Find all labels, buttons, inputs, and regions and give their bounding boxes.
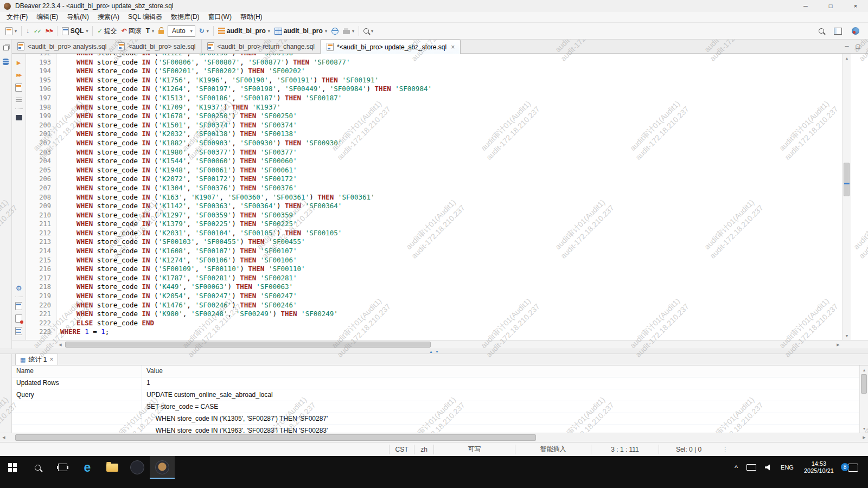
scroll-down-icon[interactable]: ▼ — [843, 332, 851, 339]
column-header-name[interactable]: Name — [12, 365, 142, 377]
scroll-down-icon[interactable]: ▼ — [860, 425, 868, 432]
commit-button[interactable]: ✓提交 — [95, 25, 119, 37]
panel-splitter[interactable]: ▲ ▼ — [0, 349, 868, 354]
line-number: 219 — [26, 292, 56, 301]
sql-mode-button[interactable]: SQL▾ — [60, 25, 91, 37]
scroll-right-icon[interactable]: ▶ — [860, 434, 868, 441]
database-selector[interactable]: audit_bi_pro▾ — [272, 25, 329, 36]
task-view-icon — [58, 464, 67, 471]
tray-chevron-icon[interactable]: ^ — [730, 464, 742, 472]
flags-button[interactable]: ⚑⚑ — [43, 27, 55, 36]
touch-keyboard-icon[interactable] — [746, 464, 756, 471]
editor-settings-button[interactable]: ⚙ — [14, 284, 24, 292]
restore-panel-button[interactable] — [1, 44, 11, 52]
sql-file-icon — [118, 42, 125, 50]
checks-button[interactable]: ✓✓ — [31, 27, 43, 36]
editor-vertical-scrollbar[interactable]: ▲ ▼ — [842, 54, 851, 340]
code-line: 202 WHEN store_code IN ('K1882', 'SF0090… — [26, 139, 842, 148]
code-line: 214 WHEN store_code IN ('K1608', 'SF0010… — [26, 247, 842, 256]
explain-plan-button[interactable] — [14, 96, 24, 104]
task-view-button[interactable] — [50, 456, 75, 479]
table-row[interactable]: Updated Rows1 — [12, 377, 859, 389]
editor-tab[interactable]: <audit_bi_pro> return_change.sql — [202, 40, 321, 53]
menu-item[interactable]: 文件(F) — [2, 12, 32, 22]
menu-item[interactable]: 帮助(H) — [236, 12, 267, 22]
collapse-up-icon[interactable]: ▲ — [429, 350, 433, 354]
rollback-button[interactable]: ↶回滚 — [119, 25, 144, 37]
bottom-horizontal-scrollbar[interactable]: ◀ ▶ — [0, 433, 868, 442]
save-script-button[interactable] — [14, 314, 24, 322]
menu-item[interactable]: 搜索(A) — [93, 12, 124, 22]
table-row[interactable]: WHEN store_code IN ('K1963', 'SF00283') … — [12, 425, 859, 433]
execute-script-button[interactable]: ▶▶ — [14, 71, 24, 79]
execute-statement-button[interactable]: ▶ — [14, 59, 24, 66]
pinned-app-button[interactable] — [125, 456, 150, 479]
taskbar-search-button[interactable] — [25, 456, 50, 479]
lock-button[interactable] — [156, 26, 166, 36]
editor-horizontal-scrollbar[interactable]: ◀ ▶ — [56, 340, 842, 349]
start-button[interactable] — [0, 456, 25, 479]
scroll-left-icon[interactable]: ◀ — [56, 341, 64, 349]
table-row[interactable]: QueryUPDATE custom_online_sale_abroad_lo… — [12, 389, 859, 401]
editor-tab[interactable]: <audit_bi_pro> sale.sql — [112, 40, 201, 53]
notification-center-icon[interactable]: 8 — [848, 464, 858, 472]
scrollbar-thumb[interactable] — [844, 163, 850, 196]
sql-editor[interactable]: ▶ ▶▶ ⚙ 192 WHEN store_code IN ('K1122', … — [12, 54, 868, 340]
table-row[interactable]: SET store_code = CASE — [12, 401, 859, 413]
transaction-mode-button[interactable]: T▾ — [144, 25, 156, 36]
close-button[interactable]: × — [843, 0, 868, 12]
code-line: 196 WHEN store_code IN ('K1264', 'SF0019… — [26, 85, 842, 94]
execute-new-tab-button[interactable] — [14, 84, 24, 91]
results-tab-statistics[interactable]: ▦ 统计 1 × — [15, 354, 58, 365]
toolbar-search-button[interactable]: ▾ — [361, 27, 375, 35]
export-script-button[interactable] — [14, 302, 24, 310]
script-log-button[interactable] — [14, 327, 24, 335]
scrollbar-thumb[interactable] — [861, 374, 867, 394]
editor-tab[interactable]: *<audit_bi_pro> update_sbz_store.sql× — [321, 40, 461, 54]
perspective-button[interactable] — [832, 26, 844, 36]
print-button[interactable]: ▾ — [341, 27, 356, 36]
tab-close-icon[interactable]: × — [49, 356, 53, 363]
auto-commit-combo[interactable]: Auto▾ — [168, 25, 195, 37]
scroll-right-icon[interactable]: ▶ — [834, 341, 842, 349]
new-sql-editor-button[interactable]: ▾ — [3, 25, 19, 37]
dbeaver-home-button[interactable] — [850, 25, 861, 36]
connection-selector[interactable]: audit_bi_pro▾ — [216, 25, 272, 36]
maximize-view-icon[interactable]: ▢ — [856, 43, 860, 49]
scroll-left-icon[interactable]: ◀ — [0, 434, 8, 441]
database-navigator-button[interactable] — [1, 58, 11, 66]
open-console-button[interactable] — [14, 114, 24, 121]
menu-item[interactable]: 编辑(E) — [32, 12, 62, 22]
scrollbar-thumb[interactable] — [65, 342, 431, 348]
scroll-up-icon[interactable]: ▲ — [843, 54, 851, 62]
speaker-icon[interactable] — [765, 464, 771, 471]
results-vertical-scrollbar[interactable]: ▲ ▼ — [859, 365, 868, 433]
fetch-next-button[interactable]: ↓ — [24, 25, 31, 36]
menu-item[interactable]: 数据库(D) — [167, 12, 204, 22]
taskbar-clock[interactable]: 14:53 2025/10/21 — [799, 460, 839, 474]
minimize-view-icon[interactable]: ─ — [845, 43, 848, 49]
maximize-button[interactable]: □ — [818, 0, 843, 12]
toolbar-separator — [359, 26, 359, 36]
line-number: 199 — [26, 112, 56, 121]
transaction-log-button[interactable]: ↻▾ — [197, 25, 211, 36]
menu-item[interactable]: 窗口(W) — [204, 12, 236, 22]
quick-search-button[interactable] — [816, 27, 826, 35]
menu-item[interactable]: 导航(N) — [62, 12, 93, 22]
tab-close-icon[interactable]: × — [451, 43, 455, 51]
network-button[interactable] — [329, 26, 341, 36]
dbeaver-taskbar-button[interactable] — [150, 456, 175, 479]
editor-tab[interactable]: <audit_bi_pro> analysis.sql — [12, 40, 112, 53]
edge-button[interactable]: e — [75, 456, 100, 479]
results-rows: Updated Rows1QueryUPDATE custom_online_s… — [12, 377, 859, 433]
overview-marker[interactable] — [844, 183, 850, 184]
scrollbar-thumb[interactable] — [15, 434, 536, 441]
menu-item[interactable]: SQL 编辑器 — [124, 12, 167, 22]
collapse-down-icon[interactable]: ▼ — [435, 350, 439, 354]
scroll-up-icon[interactable]: ▲ — [860, 366, 868, 374]
table-row[interactable]: WHEN store_code IN ('K1305', 'SF00287') … — [12, 413, 859, 425]
minimize-button[interactable]: ─ — [793, 0, 818, 12]
column-header-value[interactable]: Value — [142, 365, 859, 377]
file-explorer-button[interactable] — [100, 456, 125, 479]
input-language[interactable]: ENG — [776, 464, 799, 471]
